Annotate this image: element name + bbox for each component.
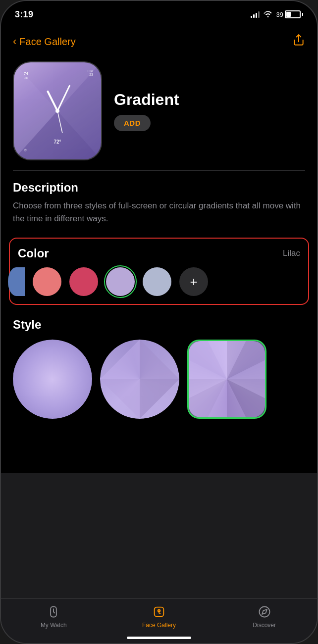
color-swatch-pink[interactable] [33,267,61,296]
svg-marker-13 [100,340,140,379]
svg-marker-31 [262,609,267,614]
discover-icon [257,604,272,620]
description-section: Description Choose from three styles of … [1,171,317,230]
tab-discover-label: Discover [253,622,276,629]
color-section: Color Lilac + [9,238,309,305]
share-button[interactable] [292,34,305,50]
svg-line-29 [159,613,160,613]
watch-complication-bottom: 72° [53,139,61,145]
style-option-full[interactable] [13,340,92,419]
watch-preview: 74dB FRI23 72° ⟳ [13,61,102,160]
svg-point-30 [259,607,269,617]
svg-line-5 [48,92,57,111]
watch-name: Gradient [114,91,305,109]
back-label: Face Gallery [19,36,75,48]
style-section: Style [1,313,317,429]
svg-marker-11 [140,379,179,419]
watch-hands [14,62,101,159]
svg-marker-10 [140,340,179,379]
back-button[interactable]: ‹ Face Gallery [13,36,76,48]
watch-section: 74dB FRI23 72° ⟳ [1,53,317,170]
tab-face-gallery[interactable]: Face Gallery [106,604,212,629]
plus-icon: + [190,274,197,290]
description-body: Choose from three styles of full-screen … [13,199,305,225]
style-option-circular[interactable] [100,340,179,419]
status-time: 3:19 [15,9,33,20]
style-options [13,340,305,419]
battery-percent: 39 [276,11,283,18]
navigation-bar: ‹ Face Gallery [1,28,317,53]
color-swatch-blue-partial[interactable] [8,267,25,296]
description-title: Description [13,181,305,195]
tab-discover[interactable]: Discover [212,604,317,629]
style-option-multi[interactable] [187,340,266,419]
tab-bar: My Watch Face Gallery Discov [1,598,317,643]
face-gallery-icon [151,604,167,620]
watch-face: 74dB FRI23 72° ⟳ [14,62,101,159]
color-title: Color [18,247,49,260]
color-current-value: Lilac [283,248,300,258]
home-indicator [127,637,191,639]
color-swatch-add[interactable]: + [179,267,208,296]
color-swatch-lilac[interactable] [106,267,135,296]
my-watch-icon [46,604,61,620]
add-watch-face-button[interactable]: ADD [114,115,151,131]
tab-face-gallery-label: Face Gallery [142,622,176,629]
chevron-left-icon: ‹ [13,36,16,47]
svg-point-8 [55,109,59,113]
svg-marker-12 [100,379,140,419]
svg-line-6 [57,86,69,111]
color-swatch-lavender[interactable] [143,267,171,296]
svg-line-7 [57,111,62,133]
phone-frame: 3:19 39 ‹ [0,0,318,644]
color-swatches: + [18,267,300,296]
svg-line-25 [53,612,54,613]
style-title: Style [13,318,305,332]
status-icons: 39 [251,10,303,19]
tab-my-watch[interactable]: My Watch [1,604,106,629]
color-section-header: Color Lilac [18,247,300,260]
watch-complication-bottomleft: ⟳ [24,148,27,152]
battery-icon: 39 [276,10,303,18]
wifi-icon [264,10,272,19]
color-swatch-rose[interactable] [69,267,98,296]
tab-my-watch-label: My Watch [41,622,67,629]
watch-info: Gradient ADD [114,91,305,131]
main-content: 74dB FRI23 72° ⟳ [1,53,317,473]
dynamic-island [129,7,189,24]
signal-icon [251,11,260,18]
